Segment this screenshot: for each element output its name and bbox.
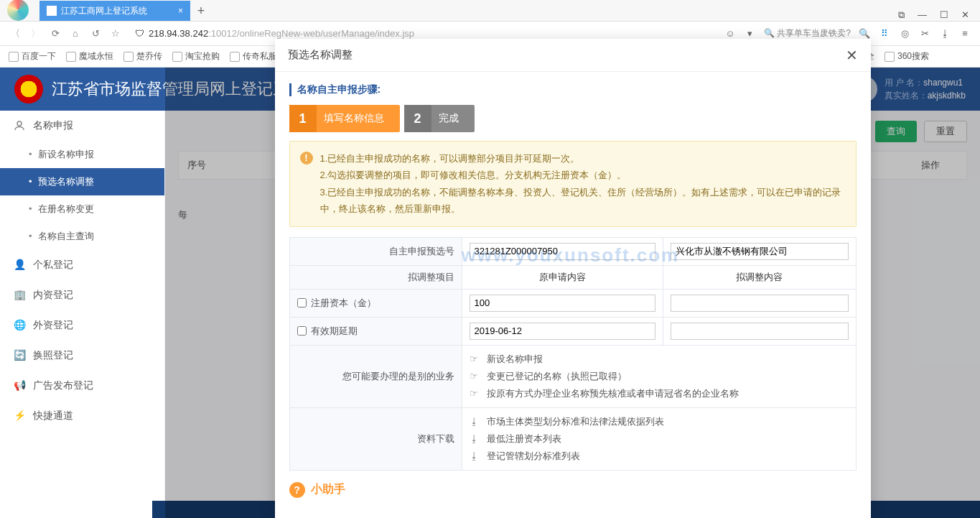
col-orig-content: 原申请内容 [462, 265, 663, 289]
svg-point-0 [17, 121, 22, 126]
bookmark-item[interactable]: 魔域永恒 [66, 50, 113, 63]
scissors-icon[interactable]: ✂ [918, 28, 931, 39]
group-icon: 🔄 [13, 349, 26, 362]
group-icon: ⚡ [13, 410, 26, 422]
minimize-icon[interactable]: — [918, 9, 927, 21]
reader-icon[interactable]: ☺ [724, 28, 737, 39]
form-table: 自主申报预选号 拟调整项目 原申请内容 拟调整内容 注册资本（金） [289, 237, 857, 471]
capital-adjust-input[interactable] [671, 295, 849, 312]
sidebar-sub-item[interactable]: 新设名称申报 [0, 141, 164, 168]
company-input[interactable] [671, 243, 849, 260]
favorite-icon[interactable]: ☆ [109, 27, 122, 40]
notice-line: 2.勾选拟要调整的项目，即可修改相关信息。分支机构无注册资本（金）。 [320, 167, 846, 183]
step-2[interactable]: 2完成 [404, 105, 475, 132]
browser-logo-icon[interactable] [7, 0, 29, 21]
chk-reg-capital[interactable]: 注册资本（金） [297, 297, 454, 310]
notice-line: 1.已经自主申报成功的名称，可以调整部分项目并可延期一次。 [320, 150, 846, 167]
modal-close-icon[interactable]: ✕ [846, 47, 858, 64]
sidebar-group[interactable]: 🌐外资登记 [0, 310, 164, 341]
sidebar-group[interactable]: ⚡快捷通道 [0, 401, 164, 431]
grid-ext-icon[interactable]: ⠿ [878, 28, 891, 39]
capital-orig-input[interactable] [470, 295, 655, 312]
chk-validity[interactable]: 有效期延期 [297, 325, 454, 338]
reg-capital-checkbox[interactable] [297, 298, 307, 307]
download-arrow-icon: ⭳ [470, 433, 481, 444]
validity-checkbox[interactable] [297, 326, 307, 336]
date-adjust-input[interactable] [671, 323, 849, 340]
download-arrow-icon: ⭳ [470, 416, 481, 427]
search-icon[interactable]: 🔍 [858, 28, 871, 39]
label-other-biz: 您可能要办理的是别的业务 [289, 345, 462, 407]
sidebar-sub-item[interactable]: 在册名称变更 [0, 195, 164, 223]
download-link[interactable]: ⭳市场主体类型划分标准和法律法规依据列表 [470, 413, 849, 430]
steps-title: 名称自主申报步骤: [289, 83, 857, 96]
sidebar-sub-item[interactable]: 名称自主查询 [0, 223, 164, 250]
tab-title: 江苏工商网上登记系统 [61, 5, 147, 17]
hand-icon: ☞ [470, 371, 481, 381]
download-link[interactable]: ⭳最低注册资本列表 [470, 430, 849, 448]
sidebar: 名称申报 新设名称申报预选名称调整在册名称变更名称自主查询 👤个私登记🏢内资登记… [0, 111, 165, 518]
notice-box: ! 1.已经自主申报成功的名称，可以调整部分项目并可延期一次。2.勾选拟要调整的… [289, 141, 857, 227]
back-icon[interactable]: 〈 [9, 27, 22, 40]
modal-title: 预选名称调整 [288, 48, 353, 62]
service-link[interactable]: ☞新设名称申报 [470, 351, 849, 368]
nav-group-name[interactable]: 名称申报 [0, 111, 164, 141]
sidebar-group[interactable]: 📢广告发布登记 [0, 371, 164, 401]
bookmark-item[interactable]: 淘宝抢购 [172, 50, 220, 63]
sidebar-group[interactable]: 🔄换照登记 [0, 341, 164, 371]
group-icon: 🏢 [13, 289, 26, 302]
helper-heading: ? 小助手 [289, 482, 857, 498]
bookmark-item[interactable]: 楚乔传 [123, 50, 162, 63]
ext2-icon[interactable]: ◎ [898, 28, 911, 39]
browser-tab-strip: 江苏工商网上登记系统 × + ⧉ — ☐ ✕ [0, 0, 980, 22]
step-1[interactable]: 1填写名称信息 [289, 105, 400, 132]
warning-icon: ! [300, 152, 313, 165]
window-controls: ⧉ — ☐ ✕ [898, 9, 980, 21]
group-icon: 📢 [13, 379, 26, 392]
service-link[interactable]: ☞变更已登记的名称（执照已取得） [470, 368, 849, 385]
menu-icon[interactable]: ≡ [958, 28, 971, 39]
search-hint[interactable]: 🔍 共享单车当废铁卖? [764, 27, 851, 40]
hand-icon: ☞ [470, 353, 481, 364]
group-icon: 🌐 [13, 319, 26, 332]
user-icon [13, 119, 26, 132]
shield-icon: 🛡 [135, 28, 144, 39]
home-icon[interactable]: ⌂ [69, 27, 82, 40]
notice-line: 3.已经自主申报成功的名称，不能调整名称本身、投资人、登记机关、住所（经营场所）… [320, 184, 846, 218]
bookmark-item[interactable]: 百度一下 [9, 50, 56, 63]
url-text: 218.94.38.242:10012/onlineRegNew-web/use… [149, 28, 414, 39]
sidebar-sub-item[interactable]: 预选名称调整 [0, 168, 164, 195]
browser-tab-active[interactable]: 江苏工商网上登记系统 × [39, 1, 190, 21]
reload-icon[interactable]: ⟳ [49, 27, 62, 40]
presel-no-input[interactable] [470, 243, 655, 260]
service-link[interactable]: ☞按原有方式办理企业名称预先核准或者申请冠省名的企业名称 [470, 385, 849, 402]
hand-icon: ☞ [470, 388, 481, 399]
page-icon [47, 6, 57, 16]
group-icon: 👤 [13, 259, 26, 272]
sidebar-group[interactable]: 🏢内资登记 [0, 280, 164, 310]
bookmark-item[interactable]: 传奇私服 [230, 50, 277, 63]
col-adjust-content: 拟调整内容 [663, 265, 856, 289]
popout-icon[interactable]: ⧉ [898, 9, 905, 21]
maximize-icon[interactable]: ☐ [940, 9, 948, 21]
download-icon[interactable]: ⭳ [938, 28, 951, 39]
emblem-icon [14, 75, 43, 103]
modal: 预选名称调整 ✕ 名称自主申报步骤: 1填写名称信息 2完成 ! 1.已经自主申… [275, 39, 871, 518]
tab-close-icon[interactable]: × [178, 6, 183, 16]
date-orig-input[interactable] [470, 323, 655, 340]
sidebar-group[interactable]: 👤个私登记 [0, 250, 164, 280]
label-adjust-item: 拟调整项目 [289, 265, 462, 289]
helper-icon: ? [289, 482, 305, 498]
modal-header: 预选名称调整 ✕ [275, 39, 871, 72]
label-presel-no: 自主申报预选号 [289, 237, 462, 265]
new-tab-button[interactable]: + [190, 1, 212, 21]
forward-icon: 〉 [29, 27, 42, 40]
download-arrow-icon: ⭳ [470, 450, 481, 461]
bookmark-item[interactable]: 360搜索 [885, 50, 929, 63]
history-icon[interactable]: ↺ [89, 27, 102, 40]
download-link[interactable]: ⭳登记管辖划分标准列表 [470, 448, 849, 465]
main-content: 查询 重置 序号 操作 每 预选名称调整 ✕ 名称自主申报步骤: 1填写名称信息 [165, 111, 980, 518]
translate-icon[interactable]: ▾ [744, 28, 757, 39]
label-downloads: 资料下载 [289, 407, 462, 470]
close-window-icon[interactable]: ✕ [961, 9, 969, 21]
